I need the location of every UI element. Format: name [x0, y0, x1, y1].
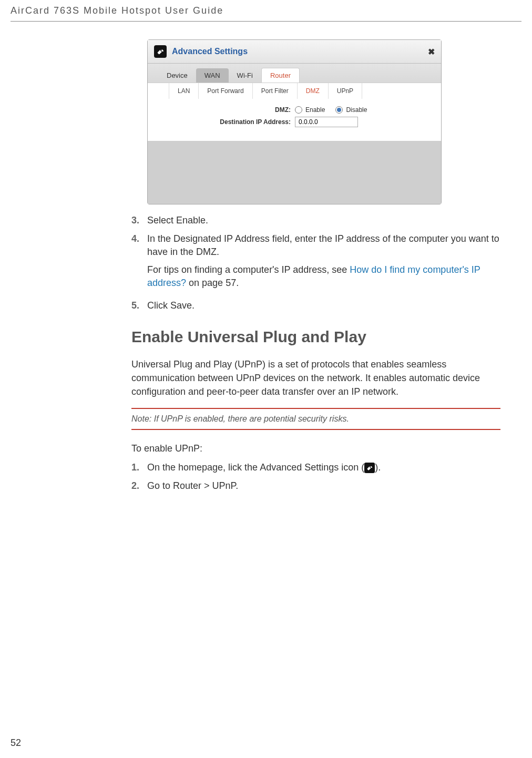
text-fragment: On the homepage, lick the Advanced Setti…	[147, 462, 364, 473]
page-number: 52	[11, 737, 21, 749]
dmz-disable-label: Disable	[346, 106, 367, 114]
sub-tab-row: LAN Port Forward Port Filter DMZ UPnP	[148, 83, 441, 99]
dmz-form: DMZ: Enable Disable Destination IP Addre…	[148, 99, 441, 141]
step-text: For tips on finding a computer's IP addr…	[147, 263, 500, 290]
subtab-port-forward[interactable]: Port Forward	[199, 83, 252, 99]
step-text: Select Enable.	[147, 214, 500, 227]
note-label: Note:	[131, 414, 154, 423]
dmz-disable-radio[interactable]	[335, 106, 343, 114]
document-header-title: AirCard 763S Mobile Hotspot User Guide	[11, 5, 223, 16]
note-text: If UPnP is enabled, there are potential …	[154, 414, 349, 423]
text-fragment: For tips on finding a computer's IP addr…	[147, 264, 350, 275]
header-rule	[11, 21, 521, 22]
enable-intro: To enable UPnP:	[131, 442, 500, 455]
step-text: Click Save.	[147, 299, 500, 312]
wrench-icon	[154, 45, 167, 58]
step-text: On the homepage, lick the Advanced Setti…	[147, 461, 500, 474]
dmz-enable-radio[interactable]	[295, 106, 302, 114]
tab-wifi[interactable]: Wi-Fi	[229, 68, 261, 83]
main-tab-row: Device WAN Wi-Fi Router	[148, 64, 441, 83]
dmz-label: DMZ:	[158, 106, 295, 114]
step-number: 1.	[131, 461, 147, 474]
section-paragraph: Universal Plug and Play (UPnP) is a set …	[131, 357, 500, 398]
dialog-title: Advanced Settings	[172, 47, 248, 56]
subtab-lan[interactable]: LAN	[169, 83, 199, 99]
text-fragment: on page 57.	[186, 278, 239, 288]
step-text: Go to Router > UPnP.	[147, 479, 500, 493]
section-heading: Enable Universal Plug and Play	[131, 328, 500, 346]
step-number: 5.	[131, 299, 147, 312]
destination-ip-input[interactable]	[295, 117, 358, 127]
note-block: Note: If UPnP is enabled, there are pote…	[131, 408, 500, 430]
tab-wan[interactable]: WAN	[196, 68, 229, 83]
text-fragment: ).	[375, 462, 381, 473]
subtab-upnp[interactable]: UPnP	[329, 83, 362, 99]
tab-router[interactable]: Router	[261, 68, 300, 83]
advanced-settings-dialog: Advanced Settings ✖ Device WAN Wi-Fi Rou…	[147, 39, 442, 204]
step-text: In the Designated IP Address field, ente…	[147, 232, 500, 259]
subtab-port-filter[interactable]: Port Filter	[253, 83, 298, 99]
step-number: 3.	[131, 214, 147, 227]
step-number: 2.	[131, 479, 147, 493]
step-number: 4.	[131, 232, 147, 294]
wrench-icon	[364, 463, 375, 473]
close-icon[interactable]: ✖	[428, 47, 435, 57]
subtab-dmz[interactable]: DMZ	[298, 83, 329, 99]
destination-ip-label: Destination IP Address:	[158, 118, 295, 126]
dialog-empty-area	[148, 141, 441, 204]
dialog-titlebar: Advanced Settings ✖	[148, 40, 441, 64]
dmz-enable-label: Enable	[305, 106, 325, 114]
tab-device[interactable]: Device	[158, 68, 196, 83]
